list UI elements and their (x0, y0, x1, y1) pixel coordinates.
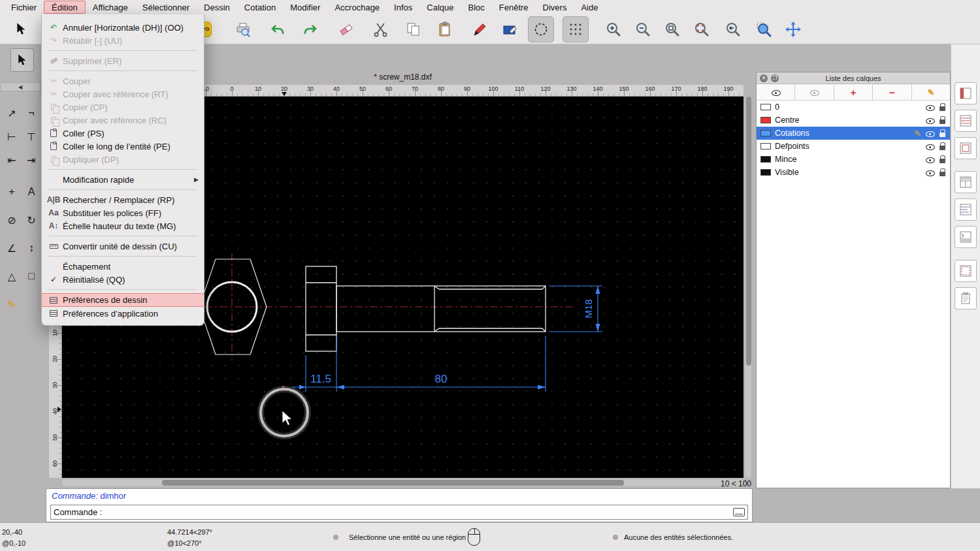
selection-pointer-button[interactable] (8, 16, 35, 42)
layer-row-visible[interactable]: Visible (757, 166, 950, 179)
layer-lock-icon[interactable] (939, 103, 946, 112)
tool-triangle-button[interactable]: △ (2, 265, 22, 287)
edit-block-button[interactable] (497, 16, 523, 42)
collapse-toolbar-button[interactable]: ◀ (0, 82, 41, 91)
zoom-window-button[interactable] (751, 16, 777, 42)
menu-item-rechercher-remplacer[interactable]: A|B Rechercher / Remplacer (RP) (42, 193, 204, 206)
layer-visibility-icon[interactable] (925, 142, 935, 151)
remove-layer-button[interactable]: − (873, 84, 911, 100)
show-all-layers-button[interactable] (757, 84, 795, 100)
edit-layer-button[interactable]: ✎ (912, 84, 950, 100)
snap-perpendicular-button[interactable]: ⊢ (2, 125, 22, 148)
zoom-selection-button[interactable] (689, 16, 715, 42)
menu-item-modification-rapide[interactable]: Modification rapide ▶ (42, 173, 204, 186)
layer-lock-icon[interactable] (939, 142, 946, 151)
dock-properties-button[interactable] (955, 82, 977, 104)
layer-row-centre[interactable]: Centre (757, 114, 950, 127)
menu-item-annuler[interactable]: ↶ Annuler [Horizontale (DH)] (OO) (42, 21, 204, 34)
layer-visibility-icon[interactable] (925, 155, 935, 164)
menu-aide[interactable]: Aide (574, 1, 605, 14)
add-layer-button[interactable]: + (834, 84, 873, 100)
menu-item-substituer-polices[interactable]: Aa Substituer les polices (FF) (42, 206, 204, 219)
dock-views-button[interactable] (955, 171, 977, 193)
zoom-auto-button[interactable] (659, 16, 685, 42)
dock-blocks-button[interactable] (955, 137, 977, 159)
layer-visibility-icon[interactable] (925, 103, 935, 112)
menu-modifier[interactable]: Modifier (283, 1, 327, 14)
left-selection-pointer-button[interactable] (10, 48, 34, 72)
cut-button[interactable] (368, 16, 394, 42)
menu-fenetre[interactable]: Fenêtre (492, 1, 536, 14)
layer-lock-icon[interactable] (939, 155, 946, 164)
menu-item-reinitialise[interactable]: ✓ Réinitialisé (QQ) (42, 273, 204, 286)
hide-all-layers-button[interactable] (795, 84, 834, 100)
menu-affichage[interactable]: Affichage (86, 1, 135, 14)
dock-command-button[interactable] (955, 226, 977, 248)
pan-button[interactable] (780, 16, 806, 42)
vertical-scrollbar[interactable] (745, 97, 751, 478)
delete-button[interactable] (333, 16, 359, 42)
layer-lock-icon[interactable] (939, 129, 946, 138)
dock-layers-button[interactable] (955, 110, 977, 132)
snap-center-button[interactable]: + (2, 181, 22, 203)
layer-lock-icon[interactable] (939, 116, 946, 125)
menu-item-echapement[interactable]: Échapement (42, 260, 204, 273)
dock-selection-button[interactable] (955, 260, 977, 282)
menu-dessin[interactable]: Dessin (197, 1, 237, 14)
tool-rectangle-button[interactable]: □ (22, 265, 41, 287)
undo-button[interactable] (265, 16, 291, 42)
menu-bloc[interactable]: Bloc (461, 1, 491, 14)
layer-visibility-icon[interactable] (925, 168, 935, 177)
grid-toggle-button[interactable] (563, 16, 589, 42)
snap-endpoint-button[interactable]: ↗ (2, 102, 22, 124)
layer-row-0[interactable]: 0 (757, 101, 950, 114)
keyboard-panel-icon[interactable] (733, 508, 745, 516)
layer-visibility-icon[interactable] (925, 116, 935, 125)
zoom-previous-button[interactable] (720, 16, 746, 42)
bolt-side-view[interactable] (306, 266, 546, 351)
menu-item-preferences-dessin[interactable]: Préférences de dessin (42, 293, 204, 307)
menu-cotation[interactable]: Cotation (237, 1, 283, 14)
dimensions[interactable]: 11.5 80 M18 (292, 286, 602, 392)
horizontal-scrollbar-thumb[interactable] (162, 480, 624, 486)
paste-button[interactable] (432, 16, 458, 42)
snap-left-button[interactable]: ⇤ (2, 149, 22, 171)
tool-restrict-button[interactable]: ⊘ (2, 209, 22, 231)
vertical-scrollbar-thumb[interactable] (746, 97, 751, 366)
layer-row-cotations[interactable]: Cotations ✎ (757, 127, 950, 140)
layer-lock-icon[interactable] (939, 168, 946, 177)
tool-rotate-button[interactable]: ↻ (22, 209, 41, 231)
tool-vertical-button[interactable]: ↕ (22, 237, 41, 259)
dock-clipboard-button[interactable] (955, 287, 977, 309)
dock-library-button[interactable] (955, 198, 977, 221)
menu-fichier[interactable]: Fichier (4, 1, 44, 14)
close-panel-icon[interactable]: ✕ (760, 74, 768, 82)
layer-row-mince[interactable]: Mince (757, 153, 950, 166)
pen-button[interactable] (466, 16, 493, 42)
menu-item-preferences-application[interactable]: Préférences d’application (42, 307, 204, 320)
menu-divers[interactable]: Divers (536, 1, 574, 14)
zoom-out-button[interactable] (630, 16, 656, 42)
print-preview-button[interactable] (230, 16, 256, 42)
zoom-in-button[interactable] (600, 16, 627, 42)
menu-item-echelle-texte[interactable]: A↕ Échelle hauteur du texte (MG) (42, 219, 204, 232)
menu-item-coller-entite[interactable]: Coller le long de l’entité (PE) (42, 140, 204, 153)
snap-tangent-button[interactable]: ⊤ (22, 125, 41, 148)
menu-selectionner[interactable]: Sélectionner (135, 1, 197, 14)
menu-item-coller[interactable]: Coller (PS) (42, 127, 204, 140)
snap-reference-button[interactable]: A (22, 181, 41, 203)
menu-accrochage[interactable]: Accrochage (327, 1, 387, 14)
command-input[interactable]: Commande : (50, 505, 748, 520)
snap-aperture-button[interactable] (528, 16, 554, 42)
tool-angle-button[interactable]: ∠ (2, 237, 22, 259)
layer-row-defpoints[interactable]: Defpoints (757, 140, 950, 153)
menu-edition[interactable]: Édition (44, 1, 86, 14)
redo-button[interactable] (297, 16, 323, 42)
menu-item-convertir-unite[interactable]: Convertir unité de dessin (CU) (42, 240, 204, 253)
menu-infos[interactable]: Infos (387, 1, 419, 14)
undock-panel-icon[interactable]: ❐ (771, 74, 779, 82)
snap-right-button[interactable]: ⇥ (22, 149, 41, 171)
layer-visibility-icon[interactable] (925, 129, 935, 138)
copy-button[interactable] (400, 16, 427, 42)
horizontal-scrollbar[interactable] (62, 479, 743, 486)
